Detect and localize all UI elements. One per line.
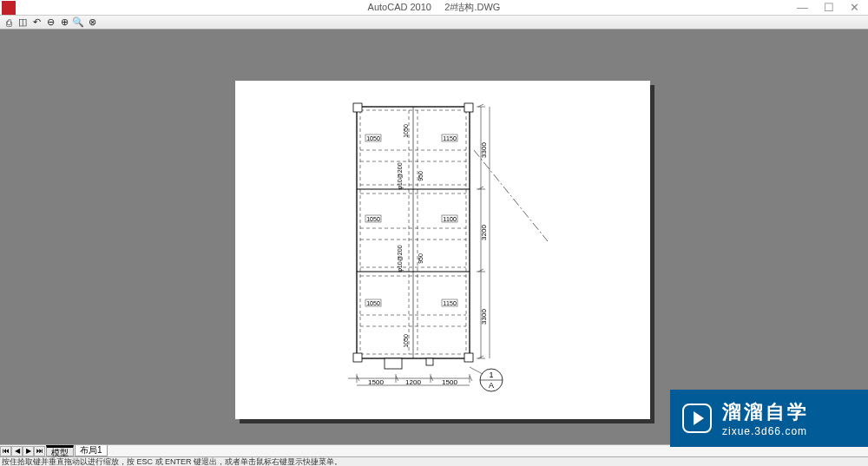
svg-rect-24 (385, 358, 402, 369)
dim-r1: 3300 (480, 142, 488, 158)
tab-last-button[interactable]: ⏭ (34, 446, 45, 456)
dim-r3: 3300 (480, 309, 488, 325)
v1: 1050 (403, 124, 409, 138)
watermark-title: 溜溜自学 (722, 399, 809, 425)
svg-rect-21 (464, 103, 473, 112)
v3: 950 (418, 253, 424, 264)
dim-b2: 1200 (405, 378, 421, 386)
svg-line-47 (470, 367, 483, 374)
back-button[interactable]: ↶ (30, 16, 43, 29)
zoom-glass-button[interactable]: 🔍 (72, 16, 84, 29)
app-icon (2, 1, 16, 15)
app-name: AutoCAD 2010 (368, 2, 431, 12)
v4: 1050 (403, 334, 409, 348)
close-preview-button[interactable]: ⊗ (86, 16, 98, 29)
tab-prev-button[interactable]: ◀ (11, 446, 23, 456)
file-name: 2#结构.DWG (444, 2, 500, 12)
zoom-in-button[interactable]: ⊕ (58, 16, 70, 29)
il3: 1050 (366, 300, 380, 306)
svg-rect-25 (426, 358, 433, 365)
zoom-out-button[interactable]: ⊖ (44, 16, 56, 29)
window-title: AutoCAD 2010 2#结构.DWG (368, 1, 501, 14)
close-button[interactable]: ✕ (850, 1, 859, 14)
dim-b3: 1500 (442, 378, 457, 386)
watermark-sub: zixue.3d66.com (722, 425, 809, 437)
il2: 1050 (366, 216, 380, 222)
window-controls: — ☐ ✕ (797, 1, 868, 14)
rebar1: φ10@200 (397, 162, 404, 189)
v2: 950 (418, 171, 424, 181)
maximize-button[interactable]: ☐ (824, 1, 834, 14)
tab-layout1[interactable]: 布局1 (75, 445, 108, 456)
minimize-button[interactable]: — (797, 1, 808, 14)
grid-let: A (489, 381, 494, 390)
paper-wrapper: 3300 3200 3300 1500 1200 1500 (235, 81, 654, 423)
tab-navigation: ⏮ ◀ ▶ ⏭ (0, 446, 45, 456)
print-button[interactable]: ⎙ (3, 16, 15, 29)
ir1: 1150 (443, 135, 457, 141)
dim-b1: 1500 (368, 378, 384, 386)
svg-rect-22 (353, 353, 362, 362)
grid-num: 1 (489, 371, 493, 379)
tab-model[interactable]: 模型 (46, 445, 74, 456)
watermark: 溜溜自学 zixue.3d66.com (670, 390, 868, 447)
play-icon (682, 404, 712, 433)
floor-plan-drawing: 3300 3200 3300 1500 1200 1500 (348, 98, 635, 419)
tab-next-button[interactable]: ▶ (23, 446, 34, 456)
preview-toolbar: ⎙ ◫ ↶ ⊖ ⊕ 🔍 ⊗ (0, 16, 868, 30)
page-button[interactable]: ◫ (16, 16, 29, 29)
rebar2: φ10@200 (397, 245, 404, 272)
svg-rect-20 (353, 103, 362, 112)
status-bar: 按住拾取键并垂直拖动以进行缩放，按 ESC 或 ENTER 键退出，或者单击鼠标… (0, 456, 868, 466)
tab-first-button[interactable]: ⏮ (0, 446, 11, 456)
svg-rect-23 (464, 353, 473, 362)
ir2: 1100 (443, 216, 457, 222)
dim-r2: 3200 (480, 225, 488, 240)
paper: 3300 3200 3300 1500 1200 1500 (235, 81, 650, 419)
title-bar: AutoCAD 2010 2#结构.DWG — ☐ ✕ (0, 0, 868, 16)
ir3: 1150 (443, 300, 457, 306)
il1: 1050 (366, 135, 380, 141)
drawing-area[interactable]: 3300 3200 3300 1500 1200 1500 (0, 30, 868, 447)
